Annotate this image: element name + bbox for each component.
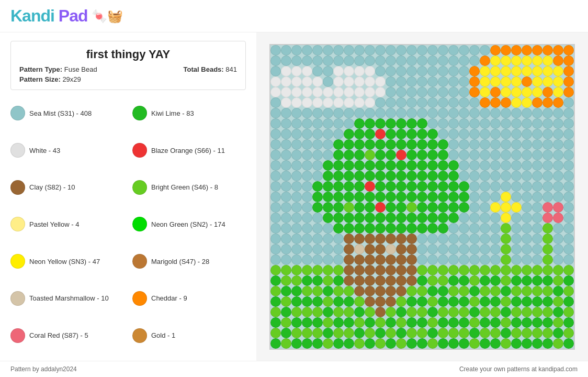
pixel-cell (312, 87, 323, 97)
pixel-cell (532, 97, 542, 108)
pixel-cell (532, 76, 542, 87)
pixel-cell (511, 296, 522, 307)
pixel-cell (312, 275, 323, 286)
pixel-cell (323, 254, 333, 265)
pixel-cell (532, 265, 542, 275)
pixel-cell (532, 139, 542, 150)
pixel-cell (469, 213, 480, 223)
pixel-cell (417, 76, 427, 87)
pixel-cell (333, 56, 344, 66)
pixel-cell (469, 181, 480, 192)
pixel-cell (375, 118, 386, 129)
logo-pad: Pad (59, 6, 88, 25)
pixel-cell (323, 275, 333, 286)
pixel-cell (469, 286, 480, 296)
logo[interactable]: Kandi Pad (10, 6, 87, 26)
pixel-cell (469, 129, 480, 139)
pixel-cell (438, 286, 448, 296)
pixel-cell (354, 296, 365, 307)
pixel-cell (511, 160, 522, 171)
pixel-cell (532, 202, 542, 213)
pixel-cell (302, 129, 312, 139)
pixel-cell (427, 234, 438, 244)
pixel-cell (365, 160, 375, 171)
color-item: Gold - 1 (132, 318, 246, 352)
pixel-cell (553, 66, 563, 76)
pixel-cell (553, 181, 563, 192)
pixel-cell (522, 97, 532, 108)
pixel-cell (312, 244, 323, 254)
pixel-cell (270, 307, 281, 317)
pixel-cell (522, 328, 532, 338)
pixel-cell (406, 139, 417, 150)
pixel-cell (354, 328, 365, 338)
pixel-cell (302, 213, 312, 223)
pixel-cell (386, 139, 396, 150)
pixel-cell (406, 192, 417, 202)
pixel-cell (542, 307, 553, 317)
pixel-cell (532, 87, 542, 97)
pixel-cell (406, 286, 417, 296)
pixel-cell (417, 97, 427, 108)
pixel-cell (542, 265, 553, 275)
pixel-cell (281, 223, 291, 234)
pixel-cell (323, 286, 333, 296)
pixel-cell (365, 307, 375, 317)
pixel-cell (480, 213, 490, 223)
pixel-cell (281, 213, 291, 223)
pixel-cell (438, 87, 448, 97)
pixel-cell (522, 338, 532, 349)
pixel-cell (542, 150, 553, 160)
pixel-cell (291, 202, 302, 213)
pixel-cell (323, 150, 333, 160)
pixel-cell (281, 160, 291, 171)
pixel-cell (469, 328, 480, 338)
pixel-cell (323, 76, 333, 87)
pixel-cell (354, 150, 365, 160)
pixel-cell (375, 139, 386, 150)
pixel-cell (448, 213, 459, 223)
color-swatch (132, 143, 147, 158)
pixel-cell (375, 286, 386, 296)
pixel-cell (469, 296, 480, 307)
pixel-cell (427, 317, 438, 328)
pixel-cell (302, 202, 312, 213)
pixel-cell (553, 171, 563, 181)
pixel-cell (396, 66, 406, 76)
pixel-cell (344, 150, 354, 160)
pixel-cell (448, 76, 459, 87)
pixel-cell (511, 244, 522, 254)
pixel-cell (375, 307, 386, 317)
pixel-cell (344, 328, 354, 338)
pixel-cell (270, 171, 281, 181)
pixel-cell (448, 118, 459, 129)
pixel-cell (553, 338, 563, 349)
pixel-cell (511, 265, 522, 275)
pixel-cell (553, 296, 563, 307)
pixel-cell (365, 223, 375, 234)
pixel-cell (480, 296, 490, 307)
pixel-cell (406, 108, 417, 118)
pixel-cell (291, 265, 302, 275)
pixel-cell (469, 139, 480, 150)
pixel-cell (480, 328, 490, 338)
pixel-cell (490, 118, 501, 129)
pixel-cell (323, 328, 333, 338)
pixel-cell (438, 171, 448, 181)
pixel-cell (448, 317, 459, 328)
pixel-cell (375, 275, 386, 286)
pixel-cell (354, 338, 365, 349)
pixel-cell (396, 307, 406, 317)
pixel-cell (438, 56, 448, 66)
pixel-cell (281, 244, 291, 254)
pixel-cell (312, 45, 323, 56)
pixel-cell (354, 307, 365, 317)
pixel-cell (375, 254, 386, 265)
pixel-cell (490, 328, 501, 338)
color-swatch (10, 180, 25, 195)
pixel-cell (501, 118, 511, 129)
pixel-cell (281, 66, 291, 76)
pixel-cell (501, 139, 511, 150)
pixel-cell (354, 56, 365, 66)
pixel-cell (417, 171, 427, 181)
